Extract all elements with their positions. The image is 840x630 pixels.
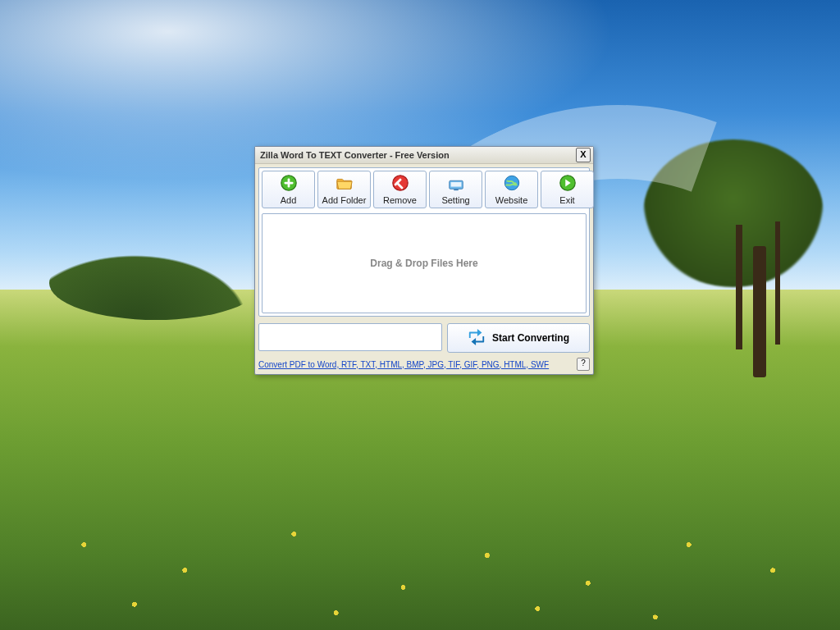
desktop-wallpaper: Zilla Word To TEXT Converter - Free Vers…	[0, 0, 840, 630]
exit-button[interactable]: Exit	[541, 171, 594, 208]
close-button[interactable]: X	[576, 148, 591, 162]
bottom-row: Start Converting	[258, 323, 590, 353]
main-panel: Add Add Folder Remove	[258, 167, 590, 317]
folder-icon	[336, 174, 354, 194]
drop-hint: Drag & Drop Files Here	[370, 258, 477, 269]
setting-button[interactable]: Setting	[429, 171, 482, 208]
add-folder-button[interactable]: Add Folder	[317, 171, 371, 208]
wallpaper-tree-trunk	[753, 246, 766, 377]
toolbar: Add Add Folder Remove	[262, 171, 587, 208]
exit-button-label: Exit	[559, 195, 574, 205]
add-button[interactable]: Add	[262, 171, 315, 208]
wallpaper-flowers	[0, 417, 840, 630]
app-window: Zilla Word To TEXT Converter - Free Vers…	[254, 146, 594, 375]
footer-link[interactable]: Convert PDF to Word, RTF, TXT, HTML, BMP…	[258, 360, 549, 369]
remove-icon	[391, 174, 409, 194]
drop-area[interactable]: Drag & Drop Files Here	[262, 213, 587, 313]
add-folder-button-label: Add Folder	[322, 195, 367, 205]
footer: Convert PDF to Word, RTF, TXT, HTML, BMP…	[255, 356, 593, 374]
status-panel	[258, 323, 442, 351]
wallpaper-hill	[49, 246, 262, 320]
website-button[interactable]: Website	[485, 171, 538, 208]
titlebar[interactable]: Zilla Word To TEXT Converter - Free Vers…	[255, 147, 593, 164]
website-button-label: Website	[495, 195, 528, 205]
exit-icon	[559, 174, 577, 194]
svg-point-9	[504, 176, 518, 189]
svg-point-3	[392, 176, 407, 190]
window-title: Zilla Word To TEXT Converter - Free Vers…	[260, 150, 450, 160]
svg-rect-7	[450, 182, 461, 187]
settings-icon	[447, 174, 465, 194]
globe-icon	[503, 174, 521, 194]
start-converting-label: Start Converting	[492, 332, 569, 344]
setting-button-label: Setting	[441, 195, 469, 205]
help-button[interactable]: ?	[577, 358, 590, 371]
svg-rect-2	[284, 182, 293, 185]
svg-rect-8	[454, 189, 459, 190]
start-converting-button[interactable]: Start Converting	[447, 323, 590, 353]
remove-button-label: Remove	[383, 195, 417, 205]
add-button-label: Add	[281, 195, 297, 205]
window-body: Add Add Folder Remove	[255, 164, 593, 356]
convert-icon	[468, 328, 486, 349]
wallpaper-tree-foliage	[643, 139, 824, 287]
remove-button[interactable]: Remove	[373, 171, 427, 208]
plus-icon	[280, 174, 298, 194]
